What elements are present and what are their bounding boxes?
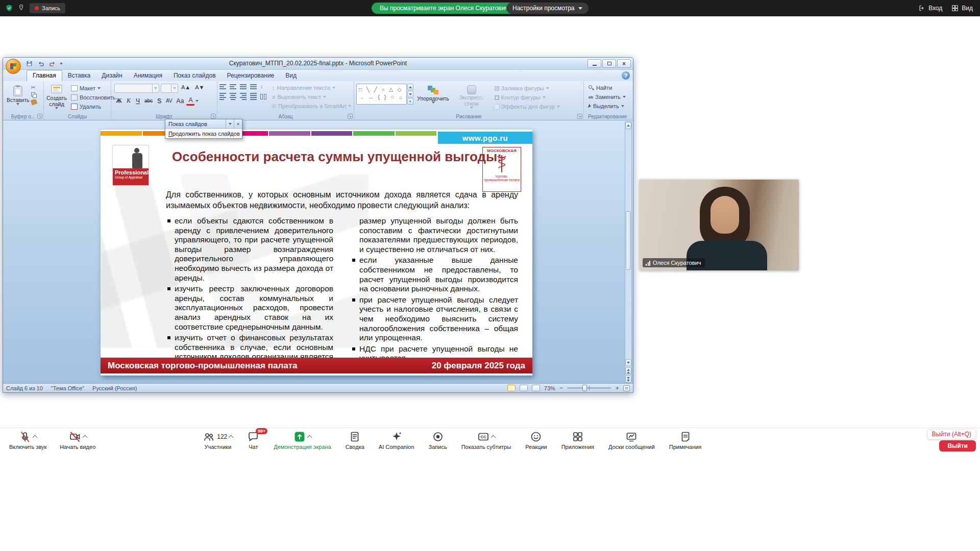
zoom-slider-thumb[interactable] xyxy=(582,385,587,391)
tab-animation[interactable]: Анимация xyxy=(128,70,168,81)
apps-button[interactable]: Приложения xyxy=(556,430,599,450)
find-button[interactable]: Найти xyxy=(587,84,628,91)
align-left-button[interactable] xyxy=(219,93,226,100)
font-size-combo[interactable] xyxy=(161,84,178,93)
align-center-button[interactable] xyxy=(230,93,236,100)
zoom-in-button[interactable]: + xyxy=(615,385,619,391)
recording-indicator[interactable]: Запись xyxy=(30,3,65,13)
shapes-scroll-down[interactable] xyxy=(407,91,413,97)
share-screen-button[interactable]: Демонстрация экрана xyxy=(268,430,336,450)
popup-dropdown-button[interactable] xyxy=(226,119,234,128)
quick-styles-button[interactable]: Экспресс-стили xyxy=(453,84,490,109)
shape-effects-button[interactable]: Эффекты для фигур xyxy=(493,103,562,110)
webcam-tile[interactable]: Олеся Скуратович xyxy=(640,180,799,270)
shapes-gallery[interactable]: □ ╲ ╱ ○ △ ◇ → ↔ { } ☆ ⌂ xyxy=(356,84,407,105)
shapes-more[interactable]: ▾ xyxy=(407,98,413,105)
font-color-chevron[interactable] xyxy=(195,100,199,102)
tab-review[interactable]: Рецензирование xyxy=(222,70,280,81)
line-spacing-button[interactable]: ↕ xyxy=(260,84,263,89)
record-button[interactable]: Запись xyxy=(424,430,452,450)
align-right-button[interactable] xyxy=(240,93,247,100)
reactions-button[interactable]: Реакции xyxy=(520,430,552,450)
start-video-button[interactable]: Начать видео xyxy=(55,430,101,450)
share-options-chevron[interactable] xyxy=(307,435,312,440)
whiteboards-button[interactable]: Доски сообщений xyxy=(603,430,660,450)
copy-button[interactable] xyxy=(31,92,37,98)
participants-button[interactable]: 122 Участники xyxy=(198,430,238,450)
bold-button[interactable]: Ж xyxy=(114,96,124,105)
theme-name[interactable]: "Тема Office" xyxy=(51,385,84,391)
audio-options-chevron[interactable] xyxy=(33,435,38,440)
font-name-combo[interactable] xyxy=(114,84,159,93)
language-indicator[interactable]: Русский (Россия) xyxy=(92,385,137,391)
format-painter-button[interactable] xyxy=(30,98,37,105)
replace-button[interactable]: ab Заменить xyxy=(587,93,628,101)
underline-button[interactable]: Ч xyxy=(134,97,142,105)
leave-button[interactable]: Выйти xyxy=(939,440,976,452)
scroll-down-button[interactable] xyxy=(625,359,631,366)
bullets-button[interactable] xyxy=(219,84,226,89)
tab-insert[interactable]: Вставка xyxy=(62,70,96,81)
video-options-chevron[interactable] xyxy=(82,435,87,440)
convert-smartart-button[interactable]: Преобразовать в SmartArt xyxy=(271,103,353,110)
arrange-button[interactable]: Упорядочить xyxy=(416,84,450,104)
normal-view-button[interactable] xyxy=(507,385,516,391)
minimize-button[interactable] xyxy=(587,59,601,68)
view-button[interactable]: Вид xyxy=(951,5,973,12)
justify-button[interactable] xyxy=(250,93,257,100)
reset-button[interactable]: Восстановить xyxy=(69,94,117,101)
shrink-font-button[interactable]: А▼ xyxy=(193,84,206,93)
next-slide-button[interactable] xyxy=(625,375,631,383)
clipboard-dialog-launcher[interactable]: ↘ xyxy=(37,114,42,119)
popup-close-button[interactable]: × xyxy=(234,119,242,128)
align-text-button[interactable]: ≡Выровнять текст xyxy=(271,93,353,101)
numbering-button[interactable] xyxy=(230,84,236,89)
paragraph-dialog-launcher[interactable]: ↘ xyxy=(348,114,353,119)
unmute-button[interactable]: Включить звук xyxy=(4,430,52,450)
tab-home[interactable]: Главная xyxy=(27,70,62,81)
previous-slide-button[interactable] xyxy=(625,367,631,374)
captions-button[interactable]: CC Показать субтитры xyxy=(456,430,517,450)
new-slide-button[interactable]: Создать слайд xyxy=(45,83,68,110)
italic-button[interactable]: К xyxy=(125,96,133,105)
slideshow-popup-header[interactable]: Показ слайдов × xyxy=(165,119,242,129)
ai-companion-button[interactable]: AI Companion xyxy=(374,430,420,450)
slide-sorter-view-button[interactable] xyxy=(520,385,528,391)
delete-slide-button[interactable]: Удалить xyxy=(69,103,117,110)
chat-button[interactable]: 99+ Чат xyxy=(242,430,264,450)
paste-button[interactable]: Вставить xyxy=(5,83,31,105)
cut-button[interactable]: ✂ xyxy=(31,84,37,91)
shadow-button[interactable]: S xyxy=(155,97,163,105)
captions-chevron[interactable] xyxy=(491,435,496,440)
tab-view[interactable]: Вид xyxy=(280,70,302,81)
text-direction-button[interactable]: ↕Направление текста xyxy=(271,84,353,91)
layout-button[interactable]: Макет xyxy=(69,85,117,92)
resume-slideshow-item[interactable]: Продолжить показ слайдов xyxy=(165,129,242,138)
office-button[interactable] xyxy=(6,59,21,74)
pin-icon[interactable] xyxy=(17,4,26,12)
strikethrough-button[interactable]: abc xyxy=(143,97,154,104)
grow-font-button[interactable]: А▲ xyxy=(180,84,192,93)
slide[interactable]: www.pgo.ru Professional Group of Apprais… xyxy=(101,130,532,375)
shape-outline-button[interactable]: Контур фигуры xyxy=(493,94,562,101)
fit-to-window-button[interactable] xyxy=(623,385,630,391)
change-case-button[interactable]: Аа xyxy=(175,97,186,105)
tab-slideshow[interactable]: Показ слайдов xyxy=(168,70,222,81)
restore-button[interactable] xyxy=(602,59,616,68)
shape-fill-button[interactable]: Заливка фигуры xyxy=(493,85,562,92)
zoom-out-button[interactable]: − xyxy=(559,385,564,391)
columns-button[interactable] xyxy=(260,94,266,99)
select-button[interactable]: Выделить xyxy=(587,103,628,110)
shapes-scroll-up[interactable] xyxy=(407,84,413,90)
sign-in-button[interactable]: Вход xyxy=(918,5,942,12)
decrease-indent-button[interactable] xyxy=(240,84,247,89)
scrollbar-thumb[interactable] xyxy=(626,211,631,270)
drawing-dialog-launcher[interactable]: ↘ xyxy=(577,114,582,119)
char-spacing-button[interactable]: AV xyxy=(164,97,174,104)
notes-button[interactable]: Примечания xyxy=(664,430,707,450)
close-button[interactable]: × xyxy=(617,59,631,68)
increase-indent-button[interactable] xyxy=(250,84,257,89)
slideshow-view-button[interactable] xyxy=(532,385,540,391)
font-color-button[interactable]: А xyxy=(186,96,194,106)
scroll-up-button[interactable] xyxy=(625,122,631,129)
